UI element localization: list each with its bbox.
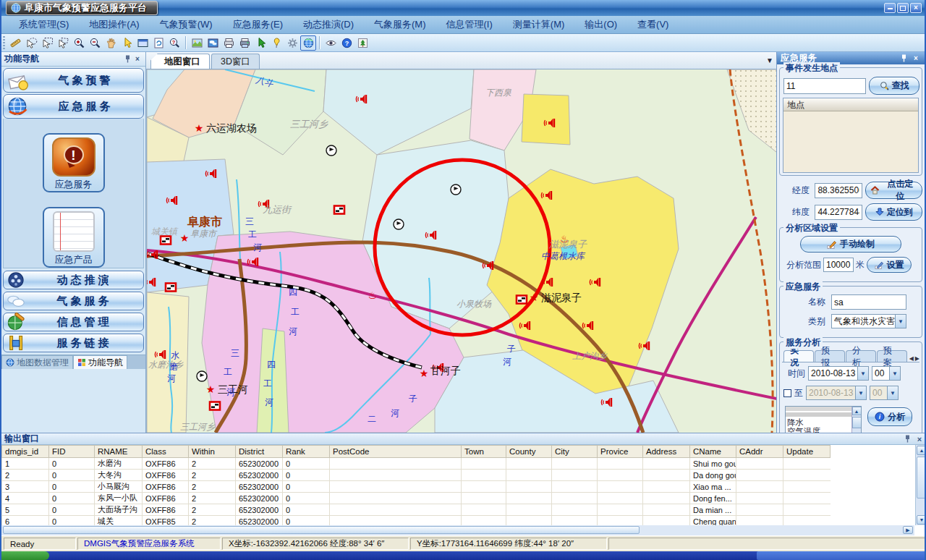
service-type-select[interactable]: 气象和洪水灾害 ▼ [831,314,906,328]
column-header-update[interactable]: Update [783,446,831,458]
menu-item-0[interactable]: 系统管理(S) [9,17,79,33]
column-header-district[interactable]: District [236,446,283,458]
column-header-town[interactable]: Town [462,446,506,458]
column-header-county[interactable]: County [506,446,552,458]
manual-draw-button[interactable]: 手动绘制 [800,236,901,253]
scroll-up-icon[interactable]: ▲ [917,446,926,455]
output-hscrollbar[interactable]: ▶ [1,525,914,535]
click-locate-button[interactable]: 点击定位 [865,182,922,199]
column-header-postcode[interactable]: PostCode [330,446,462,458]
output-vscrollbar[interactable]: ▲ ▼ [915,445,926,525]
range-input[interactable] [823,258,854,272]
flag-marker-icon[interactable] [517,296,527,304]
maximize-button[interactable] [897,3,909,13]
menu-item-1[interactable]: 地图操作(A) [79,17,149,33]
table-row[interactable]: 10水磨沟OXFF8626523020000Shui mo gou [2,458,831,470]
analysis-tab-2[interactable]: 分析 [846,350,876,362]
flag-marker-icon[interactable] [161,237,171,245]
poi-circle-icon[interactable] [451,184,461,195]
toolbar-grip[interactable] [3,36,5,49]
analyze-button[interactable]: i 分析 [867,407,912,426]
refresh-icon[interactable] [150,35,166,51]
table-row[interactable]: 30小马厩沟OXFF8626523020000Xiao ma ... [2,481,831,493]
date-select[interactable]: 2010-08-13▼ [808,366,869,381]
zoom-out-icon[interactable] [87,35,103,51]
star-marker-icon[interactable]: ★ [180,232,190,244]
service-name-input[interactable] [831,294,906,310]
table-row[interactable]: 60城关OXFF8526523020000Cheng guan [2,516,831,526]
left-panel-tab-1[interactable]: 功能导航 [73,355,127,369]
nav-section-1[interactable]: 应急服务 [3,94,144,119]
column-header-cname[interactable]: CName [690,446,736,458]
gear-icon[interactable] [284,35,300,51]
menu-item-4[interactable]: 动态推演(D) [293,17,364,33]
set-range-button[interactable]: 设置 [867,257,912,273]
start-button[interactable] [1,551,49,560]
star-marker-icon[interactable]: ★ [206,383,216,395]
nav-lower-section-2[interactable]: 信息管理 [3,313,144,331]
analysis-tab-0[interactable]: 实况 [783,350,814,362]
chevron-down-icon[interactable]: ▼ [857,367,868,380]
scroll-up-icon[interactable]: ▲ [852,407,862,415]
arrow-green-icon[interactable] [252,35,268,51]
flag-marker-icon[interactable] [334,206,344,214]
column-header-provice[interactable]: Provice [598,446,643,458]
flag-marker-icon[interactable] [210,402,220,410]
menu-item-7[interactable]: 测量计算(M) [503,17,575,33]
scroll-right-icon[interactable]: ▶ [903,526,913,534]
vscroll-thumb[interactable] [917,457,926,499]
nav-lower-section-0[interactable]: 动态推演 [3,271,144,289]
taskbar[interactable] [1,551,926,560]
menu-item-6[interactable]: 信息管理(I) [436,17,503,33]
chevron-down-icon[interactable]: ▼ [895,315,906,328]
pin-icon[interactable] [904,435,914,443]
taskbar-window-button[interactable] [757,551,926,560]
menu-item-9[interactable]: 查看(V) [627,17,679,33]
close-icon[interactable]: × [914,435,925,444]
longitude-input[interactable] [815,183,862,198]
column-header-rname[interactable]: RNAME [95,446,143,458]
locate-to-button[interactable]: 定位到 [865,203,922,221]
map-clouds-icon[interactable] [205,35,221,51]
location-list-header[interactable]: 地点 [783,98,918,111]
identify-icon[interactable]: ? [166,35,182,51]
to-checkbox[interactable] [783,389,791,397]
title-bar[interactable]: 阜康市气象预警应急服务平台 × [1,0,925,16]
pin-icon[interactable] [268,35,284,51]
poi-circle-icon[interactable] [197,371,207,381]
export-icon[interactable] [354,35,370,51]
menu-item-3[interactable]: 应急服务(E) [223,17,293,33]
column-header-class[interactable]: Class [143,446,189,458]
tab-scroll-left-icon[interactable]: ◀ [909,355,914,362]
column-header-fid[interactable]: FID [49,446,95,458]
eye-icon[interactable] [323,35,339,51]
flag-marker-icon[interactable] [166,284,176,292]
element-list-item-0[interactable]: 降水 [786,418,851,427]
ruler-icon[interactable] [7,35,23,51]
help-icon[interactable]: ? [339,35,354,51]
column-header-caddr[interactable]: CAddr [736,446,783,458]
chevron-down-icon[interactable]: ▼ [766,56,773,64]
pointer-icon[interactable] [119,35,135,51]
close-button[interactable]: × [910,3,922,13]
globe-icon[interactable] [300,35,316,51]
emergency-service-button[interactable]: ! 应急服务 [43,133,105,192]
hour-select[interactable]: 00▼ [872,366,901,381]
pin-icon[interactable] [122,54,132,64]
poi-circle-icon[interactable] [394,219,404,229]
star-marker-icon[interactable]: ★ [530,292,539,303]
close-icon[interactable]: × [132,54,143,64]
latitude-input[interactable] [815,205,862,220]
menu-item-5[interactable]: 气象服务(M) [364,17,436,33]
select-rect-icon[interactable] [39,35,55,51]
close-icon[interactable]: × [911,54,921,62]
analysis-tab-3[interactable]: 预案 [877,350,907,362]
printer-icon[interactable] [221,35,237,51]
column-header-dmgis_id[interactable]: dmgis_id [2,446,49,458]
menu-item-8[interactable]: 输出(O) [574,17,627,33]
location-list[interactable]: 地点 [783,98,919,173]
nav-lower-section-1[interactable]: 气象服务 [3,292,144,310]
star-marker-icon[interactable]: ★ [420,368,429,379]
chevron-down-icon[interactable]: ▼ [889,367,900,380]
emergency-product-button[interactable]: 应急产品 [43,207,105,268]
